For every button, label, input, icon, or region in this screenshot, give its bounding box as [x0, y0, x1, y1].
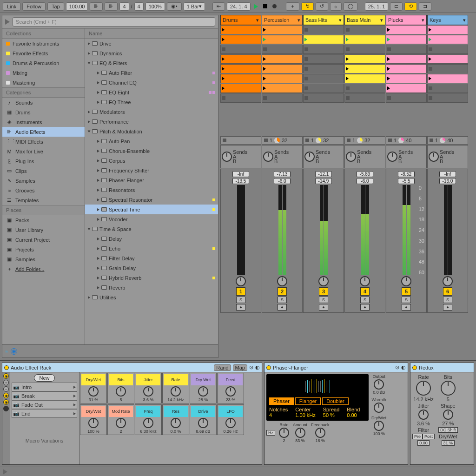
category-item-audio-effects[interactable]: ⊪Audio Effects	[2, 127, 85, 137]
mode-phaser-button[interactable]: Phaser	[269, 397, 294, 405]
clip-slot[interactable]	[220, 35, 261, 44]
new-variation-button[interactable]: New	[34, 374, 54, 382]
arm-button[interactable]: ●	[360, 304, 370, 311]
param-value[interactable]: 1.00 kHz	[295, 412, 315, 418]
tree-item-corpus[interactable]: Corpus	[85, 156, 218, 165]
bits-knob[interactable]	[441, 381, 456, 396]
place-item-user-library[interactable]: ▣User Library	[2, 225, 85, 235]
category-item-samples[interactable]: ∿Samples	[2, 176, 85, 185]
volume-value[interactable]: -12.1	[315, 171, 332, 177]
clip-play-icon[interactable]	[387, 67, 390, 71]
disclosure-triangle-icon[interactable]	[88, 62, 91, 64]
rand-button[interactable]: Rand	[214, 364, 231, 371]
clip-slot[interactable]	[303, 64, 344, 73]
overdub-icon[interactable]: ＋	[286, 2, 299, 11]
clip-slot[interactable]	[427, 45, 468, 54]
clip-slot[interactable]	[427, 74, 468, 83]
zoom-field[interactable]: 100%	[145, 2, 165, 11]
clip-slot[interactable]	[262, 93, 303, 103]
disclosure-triangle-icon[interactable]	[88, 52, 90, 55]
reenable-auto-icon[interactable]: ↺	[316, 2, 328, 11]
loop-left-icon[interactable]: ⊏	[390, 2, 403, 11]
clip-slot[interactable]	[303, 74, 344, 83]
category-item-drums[interactable]: ▦Drums	[2, 107, 85, 117]
place-item-samples[interactable]: ▣Samples	[2, 254, 85, 264]
disclosure-triangle-icon[interactable]	[97, 101, 99, 104]
tree-item-phaser-flanger[interactable]: Phaser-Flanger	[85, 175, 218, 185]
capture-icon[interactable]: ⟐	[330, 2, 342, 11]
tree-item-auto-filter[interactable]: Auto Filter	[85, 68, 218, 78]
clip-play-icon[interactable]	[222, 67, 225, 71]
disclosure-triangle-icon[interactable]	[97, 247, 99, 250]
tree-item-chorus-ensemble[interactable]: Chorus-Ensemble	[85, 146, 218, 156]
feedback-knob[interactable]	[315, 428, 325, 438]
track-activator-button[interactable]: 5	[402, 287, 411, 296]
collection-item-mixing[interactable]: Mixing	[2, 68, 85, 78]
drywet-value[interactable]: 31 %	[442, 440, 455, 446]
clip-slot[interactable]	[220, 84, 261, 93]
category-item-instruments[interactable]: ◈Instruments	[2, 117, 85, 127]
clip-slot[interactable]	[344, 45, 385, 54]
disclosure-triangle-icon[interactable]	[97, 238, 99, 240]
place-item-current-project[interactable]: ▣Current Project	[2, 235, 85, 245]
tree-item-channel-eq[interactable]: Channel EQ	[85, 78, 218, 87]
macro-knob[interactable]	[88, 386, 99, 397]
clip-play-icon[interactable]	[263, 28, 266, 32]
loop-icon[interactable]: ⟲	[404, 2, 417, 11]
category-item-plug-ins[interactable]: ⎘Plug-Ins	[2, 156, 85, 166]
disclosure-triangle-icon[interactable]	[97, 91, 99, 94]
disclosure-triangle-icon[interactable]	[88, 130, 91, 132]
solo-button[interactable]: S	[319, 297, 328, 303]
clip-slot[interactable]	[386, 35, 427, 44]
disclosure-triangle-icon[interactable]	[97, 72, 99, 74]
pan-value[interactable]: -6.0	[274, 178, 291, 184]
tree-item-modulators[interactable]: Modulators	[85, 107, 218, 117]
clip-slot[interactable]	[220, 64, 261, 73]
clip-slot[interactable]	[427, 54, 468, 64]
volume-value[interactable]: -7.13	[274, 171, 291, 177]
nudge-up-icon[interactable]: ⊪	[105, 2, 118, 11]
clip-slot[interactable]	[262, 64, 303, 73]
disclosure-triangle-icon[interactable]	[97, 140, 99, 143]
clip-slot[interactable]	[386, 54, 427, 64]
clip-slot[interactable]	[427, 84, 468, 93]
disclosure-triangle-icon[interactable]	[97, 208, 99, 211]
clip-play-icon[interactable]	[387, 57, 390, 61]
send-a-knob[interactable]	[263, 152, 273, 162]
clip-slot[interactable]	[427, 93, 468, 103]
track-header-bass-hits[interactable]: Bass Hits▾	[303, 15, 344, 25]
macro-knob[interactable]	[225, 386, 236, 397]
send-a-knob[interactable]	[429, 152, 439, 162]
device-activator-icon[interactable]	[266, 365, 271, 370]
clip-slot[interactable]	[262, 45, 303, 54]
time-sig-den[interactable]: 4	[134, 2, 144, 11]
show-chain-icon[interactable]: ◉	[3, 393, 9, 398]
track-activator-button[interactable]: 3	[319, 287, 328, 296]
mode-doubler-button[interactable]: Doubler	[322, 397, 349, 405]
arm-button[interactable]: ●	[443, 304, 452, 311]
song-position[interactable]: 24. 1. 4	[227, 2, 251, 11]
clip-slot[interactable]	[427, 64, 468, 73]
clip-slot[interactable]	[262, 74, 303, 83]
pan-value[interactable]: -13.5	[232, 178, 249, 184]
macro-knob[interactable]	[116, 418, 126, 428]
clip-slot[interactable]	[220, 93, 261, 103]
disclosure-triangle-icon[interactable]	[97, 286, 99, 289]
tree-item-spectral-time[interactable]: Spectral Time	[85, 205, 218, 214]
clip-play-icon[interactable]	[222, 86, 225, 90]
clip-slot[interactable]	[303, 35, 344, 44]
device-hotswap-icon[interactable]: ◐	[401, 364, 406, 370]
remove-macro-icon[interactable]: －	[3, 386, 9, 392]
collection-item-mastering[interactable]: Mastering	[2, 78, 85, 87]
arm-button[interactable]: ●	[402, 304, 411, 311]
bottom-play-icon[interactable]	[3, 469, 7, 475]
pan-value[interactable]: -14.9	[315, 178, 332, 184]
clip-play-icon[interactable]	[263, 57, 266, 61]
clip-slot[interactable]	[427, 35, 468, 44]
tree-item-vocoder[interactable]: Vocoder	[85, 214, 218, 224]
param-value[interactable]: 4	[269, 412, 288, 418]
chevron-down-icon[interactable]: ▾	[422, 17, 424, 23]
category-item-clips[interactable]: ▭Clips	[2, 166, 85, 176]
clip-slot[interactable]	[386, 64, 427, 73]
pan-knob[interactable]	[360, 276, 370, 286]
